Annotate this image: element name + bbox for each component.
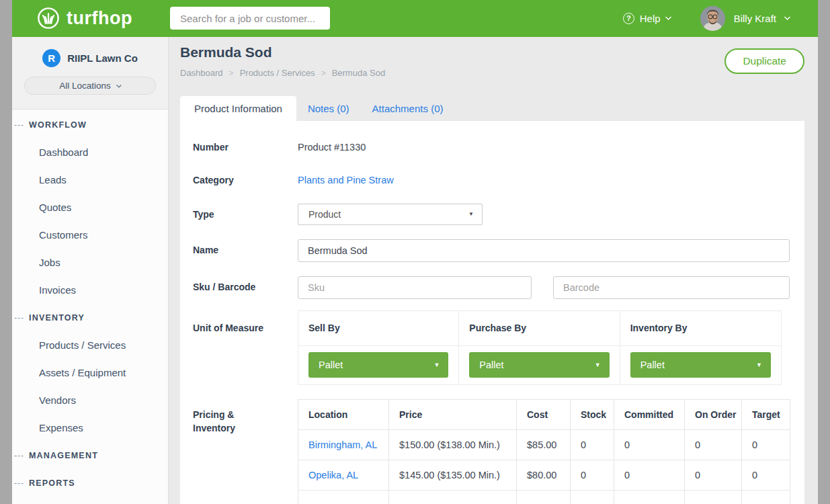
- breadcrumb-item-products-services[interactable]: Products / Services: [240, 68, 315, 78]
- section-dashes-icon: ---: [12, 120, 24, 130]
- location-filter-dropdown[interactable]: All Locations: [24, 77, 156, 95]
- name-input[interactable]: [298, 239, 790, 262]
- uom-column-purchase-by: Purchase By: [459, 311, 620, 345]
- cell-cost: $85.00: [517, 430, 571, 460]
- product-information-panel: Number Product #11330 Category Plants an…: [180, 121, 804, 504]
- pricing-header-row: LocationPriceCostStockCommittedOn OrderT…: [298, 400, 790, 430]
- cell-empty: [389, 491, 517, 504]
- uom-dropdown-inventory-by[interactable]: Pallet▼: [630, 352, 771, 378]
- sku-input[interactable]: [298, 276, 532, 299]
- sidebar-item-invoices[interactable]: Invoices: [12, 276, 168, 304]
- breadcrumb-item-dashboard[interactable]: Dashboard: [180, 68, 223, 78]
- sidebar-menu: ---WORKFLOWDashboardLeadsQuotesCustomers…: [12, 110, 168, 497]
- sidebar-section-inventory[interactable]: ---INVENTORY: [12, 304, 168, 331]
- section-dashes-icon: ---: [12, 313, 24, 323]
- app-window: turfhop ? Help: [0, 0, 830, 504]
- breadcrumb-separator: >: [321, 69, 326, 78]
- tab-attachments-0[interactable]: Attachments (0): [361, 96, 455, 121]
- right-gutter: [818, 0, 830, 504]
- uom-cell-sell-by: Pallet▼: [298, 346, 459, 384]
- caret-down-icon: ▼: [433, 352, 440, 378]
- section-dashes-icon: ---: [12, 451, 24, 460]
- cell-empty: [571, 491, 614, 504]
- pricing-inventory-table: LocationPriceCostStockCommittedOn OrderT…: [298, 399, 790, 504]
- table-row: Opelika, AL$145.00 ($135.00 Min.)$80.000…: [298, 460, 790, 491]
- unit-of-measure-table: Sell ByPurchase ByInventory By Pallet▼Pa…: [298, 310, 782, 385]
- section-dashes-icon: ---: [12, 478, 24, 488]
- sidebar-section-reports[interactable]: ---REPORTS: [12, 469, 168, 497]
- sidebar-item-jobs[interactable]: Jobs: [12, 249, 168, 276]
- left-gutter: [0, 0, 12, 504]
- table-row: Birmingham, AL$150.00 ($138.00 Min.)$85.…: [298, 430, 790, 460]
- turfhop-logo-icon: [37, 7, 60, 30]
- user-name: Billy Kraft: [734, 13, 776, 24]
- number-label: Number: [193, 141, 298, 153]
- uom-dropdown-purchase-by[interactable]: Pallet▼: [469, 352, 609, 378]
- pricing-inventory-label: Pricing & Inventory: [193, 399, 298, 504]
- sidebar-item-vendors[interactable]: Vendors: [12, 386, 168, 414]
- uom-cell-inventory-by: Pallet▼: [620, 346, 781, 384]
- uom-cell-purchase-by: Pallet▼: [459, 346, 620, 384]
- pricing-body: Birmingham, AL$150.00 ($138.00 Min.)$85.…: [298, 430, 790, 504]
- user-menu[interactable]: Billy Kraft: [700, 6, 790, 31]
- sidebar-item-quotes[interactable]: Quotes: [12, 194, 168, 221]
- sidebar-section-workflow[interactable]: ---WORKFLOW: [12, 111, 168, 138]
- category-label: Category: [193, 174, 298, 186]
- help-label: Help: [640, 13, 661, 24]
- pricing-column-committed: Committed: [614, 400, 685, 430]
- breadcrumb-separator: >: [229, 69, 234, 78]
- pricing-column-on-order: On Order: [685, 400, 742, 430]
- cell-target: 0: [742, 460, 790, 491]
- cell-empty: [685, 491, 742, 504]
- cell-stock: 0: [571, 460, 614, 491]
- turfhop-logo[interactable]: turfhop: [37, 7, 132, 30]
- barcode-input[interactable]: [553, 276, 790, 299]
- help-icon: ?: [623, 13, 634, 24]
- sidebar-item-products-services[interactable]: Products / Services: [12, 331, 168, 359]
- uom-column-sell-by: Sell By: [298, 311, 459, 345]
- company-link[interactable]: R RIIPL Lawn Co: [12, 49, 168, 67]
- company-name: RIIPL Lawn Co: [67, 52, 138, 64]
- sidebar-item-customers[interactable]: Customers: [12, 221, 168, 249]
- sku-barcode-label: Sku / Barcode: [193, 276, 298, 299]
- search-input[interactable]: [170, 7, 330, 30]
- pricing-column-price: Price: [389, 400, 517, 430]
- sidebar-item-leads[interactable]: Leads: [12, 166, 168, 194]
- avatar: [700, 6, 725, 31]
- cell-empty: [614, 491, 685, 504]
- chevron-down-icon: [116, 82, 122, 87]
- sidebar-item-assets-equipment[interactable]: Assets / Equipment: [12, 359, 168, 386]
- location-link[interactable]: Opelika, AL: [298, 460, 389, 491]
- pricing-column-cost: Cost: [517, 400, 571, 430]
- tab-product-information[interactable]: Product Information: [180, 96, 296, 121]
- tab-bar: Product InformationNotes (0)Attachments …: [180, 96, 454, 121]
- cell-cost: $80.00: [517, 460, 571, 491]
- company-badge-icon: R: [42, 49, 60, 67]
- caret-down-icon: ▼: [468, 204, 474, 224]
- cell-price: $150.00 ($138.00 Min.): [389, 430, 517, 460]
- duplicate-button[interactable]: Duplicate: [724, 48, 804, 74]
- cell-empty: [517, 491, 571, 504]
- sidebar-item-dashboard[interactable]: Dashboard: [12, 138, 168, 166]
- page-title: Bermuda Sod: [180, 43, 272, 62]
- sidebar-item-expenses[interactable]: Expenses: [12, 414, 168, 442]
- pricing-column-location: Location: [298, 400, 389, 430]
- main-content: Bermuda Sod Dashboard>Products / Service…: [169, 37, 818, 504]
- top-bar: turfhop ? Help: [12, 0, 818, 37]
- type-select[interactable]: Product ▼: [298, 204, 483, 225]
- cell-empty: [742, 491, 790, 504]
- uom-dropdown-sell-by[interactable]: Pallet▼: [308, 352, 448, 378]
- sidebar-section-management[interactable]: ---MANAGEMENT: [12, 442, 168, 469]
- help-menu[interactable]: ? Help: [623, 13, 671, 24]
- caret-down-icon: ▼: [756, 352, 762, 378]
- section-label: REPORTS: [29, 478, 75, 488]
- name-label: Name: [193, 239, 298, 262]
- chevron-down-icon: [784, 14, 791, 21]
- type-label: Type: [193, 204, 298, 225]
- location-link[interactable]: Birmingham, AL: [298, 430, 389, 460]
- cell-committed: 0: [614, 460, 685, 491]
- top-right-menu: ? Help Billy Kraf: [623, 0, 790, 37]
- category-link[interactable]: Plants and Pine Straw: [298, 175, 394, 185]
- tab-notes-0[interactable]: Notes (0): [296, 96, 361, 121]
- cell-target: 0: [742, 430, 790, 460]
